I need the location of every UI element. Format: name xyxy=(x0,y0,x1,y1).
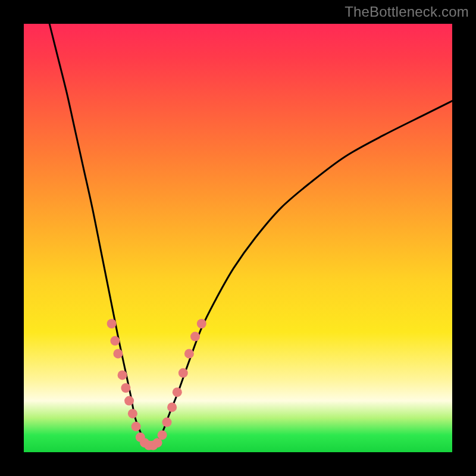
highlight-dot xyxy=(121,383,130,393)
curve-left-branch xyxy=(49,24,146,444)
highlight-dot xyxy=(124,396,134,406)
watermark-text: TheBottleneck.com xyxy=(345,4,469,20)
highlight-dot xyxy=(184,349,194,358)
curve-right-branch xyxy=(156,101,452,444)
highlight-dots-group xyxy=(107,319,206,450)
highlight-dot xyxy=(158,430,167,440)
highlight-dot xyxy=(197,319,206,328)
highlight-dot xyxy=(178,368,188,378)
highlight-dot xyxy=(173,387,182,397)
highlight-dot xyxy=(162,418,172,427)
plot-area xyxy=(24,24,452,452)
highlight-dot xyxy=(110,336,120,346)
highlight-dot xyxy=(167,402,177,412)
chart-canvas: TheBottleneck.com xyxy=(0,0,476,476)
highlight-dot xyxy=(190,332,200,342)
highlight-dot xyxy=(107,319,117,328)
highlight-dot xyxy=(128,409,137,418)
highlight-dot xyxy=(118,370,127,380)
chart-overlay-svg xyxy=(24,24,452,452)
highlight-dot xyxy=(113,349,123,358)
highlight-dot xyxy=(131,422,141,431)
